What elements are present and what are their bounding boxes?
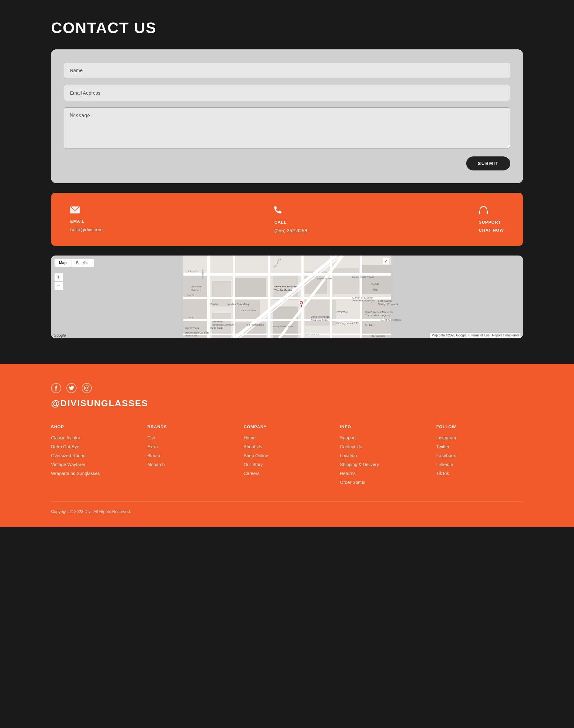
- svg-rect-24: [301, 256, 303, 338]
- follow-linkedin-link[interactable]: LinkedIn: [436, 462, 453, 467]
- map-terms-text[interactable]: Terms of Use: [471, 333, 490, 337]
- message-field-group: [64, 107, 510, 150]
- follow-facebook-link[interactable]: Facebook: [436, 453, 456, 458]
- shop-wraparound-link[interactable]: Wraparound Sunglasses: [51, 471, 100, 476]
- svg-text:Transportation Agency: Transportation Agency: [365, 314, 391, 317]
- shop-classic-aviator-link[interactable]: Classic Aviator: [51, 435, 80, 440]
- svg-point-70: [300, 302, 302, 304]
- footer-social-icons: [51, 383, 523, 393]
- svg-rect-2: [487, 211, 488, 214]
- list-item: Oversized Round: [51, 453, 138, 458]
- svg-text:SVN West: SVN West: [336, 311, 348, 314]
- email-icon: [70, 206, 103, 216]
- brand-monarch-link[interactable]: Monarch: [147, 462, 165, 467]
- svg-text:Theatre Center: Theatre Center: [274, 289, 292, 291]
- zoom-out-button[interactable]: −: [54, 282, 63, 290]
- email-label: EMAIL: [70, 219, 103, 224]
- shop-retro-cat-eye-link[interactable]: Retro Cat-Eye: [51, 444, 79, 449]
- brand-divi-link[interactable]: Divi: [147, 435, 155, 440]
- company-about-link[interactable]: About Us: [244, 444, 262, 449]
- page-title: CONTACT US: [51, 19, 523, 37]
- info-contact-link[interactable]: Contact Us: [340, 444, 362, 449]
- company-careers-link[interactable]: Careers: [244, 471, 259, 476]
- svg-text:Oak St: Oak St: [187, 316, 195, 319]
- info-support-link[interactable]: Support: [340, 435, 356, 440]
- brand-extra-link[interactable]: Extra: [147, 444, 158, 449]
- call-info-item: CALL (255) 352-6258: [274, 206, 307, 233]
- list-item: Retro Cat-Eye: [51, 444, 138, 450]
- list-item: About Us: [244, 444, 330, 450]
- facebook-icon[interactable]: [51, 383, 61, 393]
- list-item: Instagram: [436, 435, 523, 441]
- svg-text:Van Ness Av: Van Ness Av: [304, 333, 319, 336]
- list-item: Divi: [147, 435, 234, 441]
- email-value: hello@divi.com: [70, 227, 103, 232]
- list-item: Wraparound Sunglasses: [51, 470, 138, 476]
- svg-text:Urgent Care: Urgent Care: [185, 334, 197, 337]
- svg-text:Garage (Propark): Garage (Propark): [378, 303, 398, 306]
- footer-copyright: Copyright © 2023 Divi. All Rights Reserv…: [51, 501, 523, 514]
- info-col-title: INFO: [340, 424, 427, 429]
- svg-text:Financial Center: Financial Center: [311, 319, 330, 321]
- follow-instagram-link[interactable]: Instagram: [436, 435, 456, 440]
- map-report-text[interactable]: Report a map error: [492, 333, 519, 337]
- svg-text:Franklin St: Franklin St: [202, 269, 204, 279]
- shop-col-list: Classic Aviator Retro Cat-Eye Oversized …: [51, 435, 138, 476]
- svg-text:⤢: ⤢: [384, 258, 388, 264]
- map-section[interactable]: Hickory St Oak St Oak St Market St Van N…: [51, 256, 523, 338]
- support-label: SUPPORT: [479, 220, 504, 225]
- instagram-icon[interactable]: [82, 383, 92, 393]
- svg-text:Front: Front: [371, 288, 377, 291]
- list-item: Contact Us: [340, 444, 427, 450]
- svg-text:1455 Market: 1455 Market: [378, 300, 392, 302]
- contact-section: CONTACT US SUBMIT EMAIL hello@divi.: [0, 0, 574, 364]
- list-item: Classic Aviator: [51, 435, 138, 441]
- list-item: Monarch: [147, 462, 234, 467]
- footer-brand: @DIVISUNGLASSES: [51, 398, 523, 408]
- company-col-title: COMPANY: [244, 424, 330, 429]
- list-item: Shop Online: [244, 453, 330, 458]
- follow-tiktok-link[interactable]: TikTok: [436, 471, 449, 476]
- company-shop-online-link[interactable]: Shop Online: [244, 453, 268, 458]
- svg-text:Oak St: Oak St: [187, 294, 195, 297]
- company-home-link[interactable]: Home: [244, 435, 255, 440]
- phone-icon: [274, 206, 307, 217]
- map-container[interactable]: Hickory St Oak St Oak St Market St Van N…: [51, 256, 523, 338]
- list-item: Vintage Wayfarer: [51, 462, 138, 467]
- info-location-link[interactable]: Location: [340, 453, 357, 458]
- email-input[interactable]: [64, 85, 510, 101]
- map-tab-map[interactable]: Map: [54, 259, 71, 267]
- svg-text:Reddit: Reddit: [371, 283, 379, 285]
- name-field-group: [64, 62, 510, 78]
- map-zoom-controls[interactable]: + −: [54, 273, 63, 290]
- svg-text:American: American: [191, 285, 202, 288]
- submit-button[interactable]: SUBMIT: [466, 156, 510, 171]
- list-item: Our Story: [244, 462, 330, 467]
- follow-twitter-link[interactable]: Twitter: [436, 444, 449, 449]
- svg-text:The Italian: The Italian: [212, 320, 222, 323]
- svg-text:Parking permit S Fco: Parking permit S Fco: [336, 322, 360, 325]
- zoom-in-button[interactable]: +: [54, 273, 63, 282]
- svg-rect-6: [234, 278, 266, 297]
- list-item: Returns: [340, 470, 427, 476]
- list-item: Careers: [244, 470, 330, 476]
- message-textarea[interactable]: [64, 107, 510, 149]
- footer: @DIVISUNGLASSES SHOP Classic Aviator Ret…: [0, 364, 574, 527]
- name-input[interactable]: [64, 62, 510, 78]
- brand-bloom-link[interactable]: Bloom: [147, 453, 160, 458]
- list-item: Order Status: [340, 480, 427, 485]
- shop-vintage-wayfarer-link[interactable]: Vintage Wayfarer: [51, 462, 85, 467]
- map-tab-satellite[interactable]: Satellite: [71, 259, 94, 267]
- shop-oversized-round-link[interactable]: Oversized Round: [51, 453, 85, 458]
- info-returns-link[interactable]: Returns: [340, 471, 356, 476]
- company-our-story-link[interactable]: Our Story: [244, 462, 263, 467]
- chat-now-link[interactable]: CHAT NOW: [479, 228, 504, 233]
- twitter-icon[interactable]: [66, 383, 77, 393]
- map-tabs[interactable]: Map Satellite: [54, 259, 94, 267]
- info-order-status-link[interactable]: Order Status: [340, 480, 365, 485]
- footer-col-company: COMPANY Home About Us Shop Online Our St…: [244, 424, 330, 485]
- call-value: (255) 352-6258: [274, 228, 307, 233]
- company-col-list: Home About Us Shop Online Our Story Care…: [244, 435, 330, 476]
- info-shipping-link[interactable]: Shipping & Delivery: [340, 462, 379, 467]
- list-item: Location: [340, 453, 427, 458]
